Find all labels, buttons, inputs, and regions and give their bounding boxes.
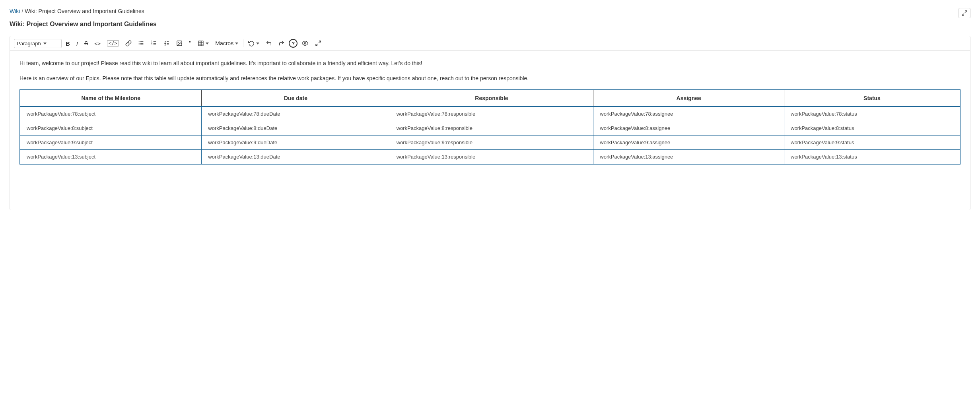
code-inline-button[interactable]: <>: [92, 39, 103, 48]
italic-button[interactable]: I: [74, 39, 80, 48]
task-list-button[interactable]: [161, 39, 172, 48]
table-cell-2-3: workPackageValue:9:assignee: [593, 135, 784, 149]
breadcrumb-wiki-link[interactable]: Wiki: [10, 8, 20, 14]
svg-point-18: [178, 42, 179, 43]
table-cell-0-4: workPackageValue:78:status: [784, 106, 961, 121]
svg-point-5: [138, 41, 139, 42]
toolbar-separator-1: [243, 39, 243, 47]
history-dropdown[interactable]: [246, 39, 262, 48]
table-row: workPackageValue:9:subjectworkPackageVal…: [20, 135, 960, 149]
editor-content[interactable]: Hi team, welcome to our project! Please …: [10, 51, 970, 210]
table-header-due-date: Due date: [202, 90, 390, 106]
quote-button[interactable]: ": [187, 39, 194, 48]
editor-wrapper: Paragraph B I S <> </>: [10, 36, 970, 210]
table-cell-1-1: workPackageValue:8:dueDate: [202, 121, 390, 135]
svg-point-7: [138, 45, 139, 45]
redo-button[interactable]: [276, 39, 287, 48]
table-cell-2-1: workPackageValue:9:dueDate: [202, 135, 390, 149]
help-button[interactable]: ?: [289, 39, 298, 48]
intro-paragraph-2: Here is an overview of our Epics. Please…: [19, 74, 961, 83]
history-chevron-icon: [256, 43, 259, 45]
table-header-milestone: Name of the Milestone: [20, 90, 202, 106]
table-chevron-icon: [206, 43, 209, 45]
table-cell-2-0: workPackageValue:9:subject: [20, 135, 202, 149]
undo-button[interactable]: [263, 39, 274, 48]
expand-button[interactable]: [959, 8, 970, 18]
intro-paragraph-1: Hi team, welcome to our project! Please …: [19, 59, 961, 68]
table-header-row: Name of the Milestone Due date Responsib…: [20, 90, 960, 106]
editor-toolbar: Paragraph B I S <> </>: [10, 36, 970, 51]
table-row: workPackageValue:13:subjectworkPackageVa…: [20, 149, 960, 164]
table-cell-2-2: workPackageValue:9:responsible: [390, 135, 593, 149]
table-header-status: Status: [784, 90, 961, 106]
table-cell-0-2: workPackageValue:78:responsible: [390, 106, 593, 121]
table-dropdown[interactable]: [195, 39, 211, 48]
paragraph-style-dropdown[interactable]: Paragraph: [14, 39, 62, 48]
macros-chevron-icon: [235, 43, 238, 45]
table-cell-3-0: workPackageValue:13:subject: [20, 149, 202, 164]
bold-button[interactable]: B: [63, 39, 72, 48]
table-header-responsible: Responsible: [390, 90, 593, 106]
macros-dropdown[interactable]: Macros: [213, 39, 241, 48]
table-cell-0-1: workPackageValue:78:dueDate: [202, 106, 390, 121]
chevron-down-icon: [43, 43, 47, 45]
table-cell-1-2: workPackageValue:8:responsible: [390, 121, 593, 135]
breadcrumb: Wiki / Wiki: Project Overview and Import…: [10, 8, 970, 14]
table-cell-1-3: workPackageValue:8:assignee: [593, 121, 784, 135]
table-header-assignee: Assignee: [593, 90, 784, 106]
table-cell-3-2: workPackageValue:13:responsible: [390, 149, 593, 164]
table-cell-3-3: workPackageValue:13:assignee: [593, 149, 784, 164]
breadcrumb-separator: /: [21, 8, 23, 14]
code-block-button[interactable]: </>: [105, 39, 121, 48]
milestones-table: Name of the Milestone Due date Responsib…: [19, 89, 961, 165]
svg-text:3: 3: [151, 44, 152, 46]
breadcrumb-current: Wiki: Project Overview and Important Gui…: [25, 8, 144, 14]
svg-rect-19: [198, 41, 203, 46]
table-cell-1-4: workPackageValue:8:status: [784, 121, 961, 135]
preview-button[interactable]: [299, 39, 311, 48]
svg-line-25: [303, 41, 307, 45]
table-cell-3-4: workPackageValue:13:status: [784, 149, 961, 164]
svg-point-6: [138, 43, 139, 44]
image-button[interactable]: [174, 39, 185, 48]
fullscreen-button[interactable]: [313, 39, 324, 48]
table-cell-0-0: workPackageValue:78:subject: [20, 106, 202, 121]
ordered-list-button[interactable]: 1 2 3: [148, 39, 159, 48]
table-cell-0-3: workPackageValue:78:assignee: [593, 106, 784, 121]
table-row: workPackageValue:78:subjectworkPackageVa…: [20, 106, 960, 121]
bullet-list-button[interactable]: [136, 39, 147, 48]
link-button[interactable]: [123, 39, 134, 48]
table-cell-3-1: workPackageValue:13:dueDate: [202, 149, 390, 164]
strikethrough-button[interactable]: S: [82, 39, 90, 48]
page-title: Wiki: Project Overview and Important Gui…: [10, 21, 970, 28]
table-cell-2-4: workPackageValue:9:status: [784, 135, 961, 149]
table-row: workPackageValue:8:subjectworkPackageVal…: [20, 121, 960, 135]
table-cell-1-0: workPackageValue:8:subject: [20, 121, 202, 135]
